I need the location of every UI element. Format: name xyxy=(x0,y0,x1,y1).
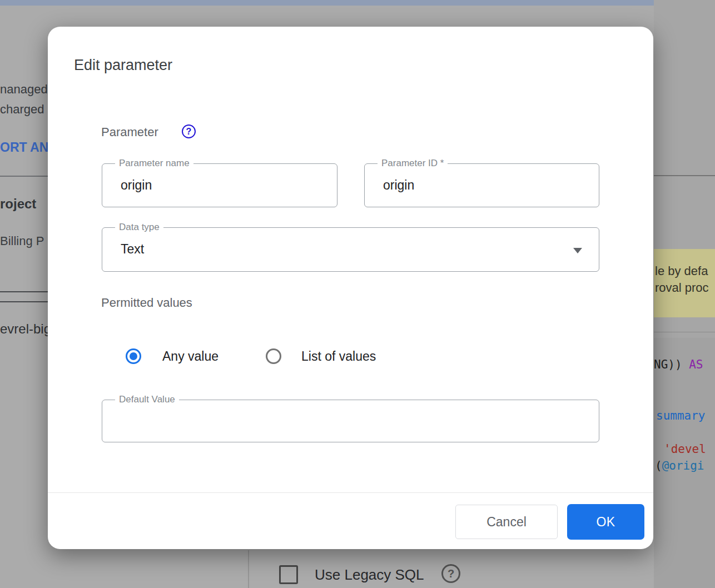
bg-divider xyxy=(654,175,715,176)
bg-code-line: 'devel xyxy=(664,442,706,456)
default-value-field-label: Default Value xyxy=(115,394,179,405)
any-value-radio-label: Any value xyxy=(162,349,219,364)
top-app-bar xyxy=(0,0,715,6)
edit-parameter-dialog: Edit parameter Parameter ? Parameter nam… xyxy=(48,27,653,549)
chevron-down-icon xyxy=(573,248,582,253)
bg-sql-editor: NG)) AS summary 'devel (@origi xyxy=(654,338,715,588)
data-type-value: Text xyxy=(121,242,144,257)
bg-report-link[interactable]: ORT AN xyxy=(0,140,48,155)
bg-project-value: evrel-big xyxy=(0,321,51,337)
bg-notice-box: le by defa roval proc xyxy=(654,249,715,317)
any-value-radio[interactable] xyxy=(126,348,141,364)
cancel-button[interactable]: Cancel xyxy=(455,505,558,539)
code-keyword: AS xyxy=(689,358,703,371)
bg-text-charged: charged xyxy=(0,102,44,117)
bg-billing-text: Billing P xyxy=(0,234,44,248)
bg-notice-text: roval proc xyxy=(655,281,709,295)
default-value-field[interactable]: Default Value xyxy=(102,400,599,442)
bg-text-managed: nanaged xyxy=(0,82,48,97)
parameter-id-field-label: Parameter ID * xyxy=(378,158,448,169)
ok-button[interactable]: OK xyxy=(567,504,644,540)
bg-notice-text: le by defa xyxy=(655,264,708,278)
footer-divider xyxy=(48,492,653,493)
bg-project-heading: roject xyxy=(0,196,36,212)
parameter-section-label: Parameter xyxy=(101,125,158,139)
use-legacy-sql-label: Use Legacy SQL xyxy=(315,566,424,584)
bg-divider xyxy=(0,176,48,177)
parameter-id-field[interactable]: Parameter ID * origin xyxy=(364,163,599,207)
bg-divider xyxy=(0,291,48,292)
code-token: ( xyxy=(655,459,662,472)
bg-code-line: summary xyxy=(656,409,706,422)
bg-code-line: NG)) AS xyxy=(654,358,703,371)
permitted-values-heading: Permitted values xyxy=(101,296,192,310)
use-legacy-sql-checkbox[interactable] xyxy=(279,565,298,584)
data-type-dropdown[interactable]: Data type Text xyxy=(102,227,599,272)
help-icon[interactable]: ? xyxy=(441,564,460,583)
bg-divider xyxy=(248,550,249,588)
parameter-name-field-value: origin xyxy=(121,178,152,193)
bg-divider xyxy=(0,301,48,302)
help-icon[interactable]: ? xyxy=(182,124,196,138)
bg-divider xyxy=(654,332,715,332)
dialog-title: Edit parameter xyxy=(74,57,172,74)
parameter-name-field-label: Parameter name xyxy=(115,158,193,169)
parameter-name-field[interactable]: Parameter name origin xyxy=(102,163,337,207)
list-of-values-radio-label: List of values xyxy=(301,349,376,364)
parameter-id-field-value: origin xyxy=(383,178,414,193)
code-parameter-token: @origi xyxy=(662,459,704,472)
bg-code-line: (@origi xyxy=(655,459,704,472)
list-of-values-radio[interactable] xyxy=(266,348,281,364)
data-type-label: Data type xyxy=(115,222,163,233)
code-token: NG)) xyxy=(654,358,689,371)
